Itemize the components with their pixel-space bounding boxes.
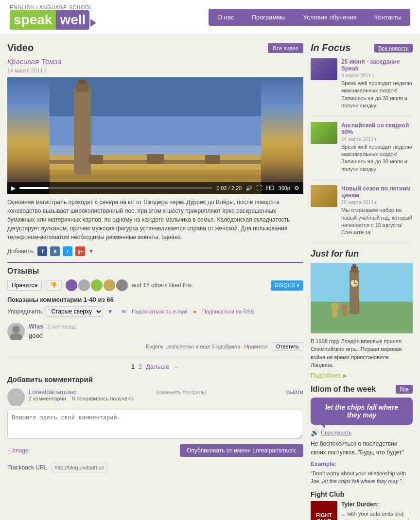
all-news-btn[interactable]: Все новости <box>374 44 413 52</box>
liker-avatar-3 <box>91 279 103 291</box>
commenter-info: Lorealparismusic (изменить профиль) Выйт… <box>29 388 303 401</box>
sort-select[interactable]: Старые сверху <box>46 306 103 317</box>
svg-rect-10 <box>147 154 164 164</box>
news-content-1: 25 июня - заседание Speak 9 марта 2011 г… <box>341 58 413 110</box>
page-2[interactable]: 2 <box>139 363 142 370</box>
video-thumbnail <box>7 77 303 194</box>
read-more-label: Подробнее <box>311 372 341 379</box>
fight-club-speaker: Tyler Durden: <box>341 501 413 508</box>
header: ENGLISH LANGUAGE SCHOOL speakwell О нас … <box>0 0 420 35</box>
school-label: ENGLISH LANGUAGE SCHOOL <box>10 5 96 10</box>
volume-icon[interactable]: 🔊 <box>245 185 252 191</box>
listen-link[interactable]: Прослушать <box>321 430 351 435</box>
page-1[interactable]: 1 <box>131 363 135 370</box>
svg-point-27 <box>341 304 348 311</box>
logo-well[interactable]: well <box>56 10 89 30</box>
share-facebook-icon[interactable]: f <box>37 246 47 256</box>
news-item-2: Английский со скидкой 50% 14 марта 2011 … <box>311 122 413 180</box>
nav-contacts[interactable]: Контакты <box>366 9 410 26</box>
sort-row: Упорядочить Старые сверху ▼ ✉ Подписатьс… <box>7 306 303 317</box>
left-column: Video Все видео Красивая Темза 14 марта … <box>7 42 303 520</box>
next-arrow-icon: → <box>173 363 179 370</box>
news-link-3[interactable]: Новый сезон по летним ценам <box>341 185 413 199</box>
listen-icon: 🔊 <box>311 429 319 436</box>
news-thumb-3 <box>311 185 337 207</box>
trackback-url: http://blog.undsoft.co <box>51 463 107 472</box>
news-thumb-1 <box>311 58 337 80</box>
logo-speak[interactable]: speak <box>10 10 56 30</box>
news-date-2: 14 марта 2011 г. <box>341 137 413 142</box>
just-fun-image <box>311 263 413 333</box>
commenter-row: Lorealparismusic (изменить профиль) Выйт… <box>7 388 303 406</box>
news-link-1[interactable]: 25 июня - заседание Speak <box>341 58 413 72</box>
subscribe-email-link[interactable]: Подписаться по e-mail <box>132 309 187 315</box>
fight-club-title: Fight Club <box>311 490 413 498</box>
comment-textarea[interactable] <box>7 410 303 439</box>
pagination: 1 2 Дальше → <box>7 363 303 370</box>
likes-text: and 15 others liked this. <box>132 282 193 289</box>
read-more-link[interactable]: Подробнее ▶ <box>311 372 413 379</box>
play-btn[interactable]: ▶ <box>11 185 16 191</box>
submit-comment-btn[interactable]: Опубликовать от имени Lorealparismusic <box>180 444 303 457</box>
dislike-button[interactable]: 👎 <box>46 280 62 291</box>
video-player[interactable]: ▶ 0:02 / 2:20 🔊 ⛶ HD 360p ⚙ <box>7 77 303 194</box>
commenter-edit[interactable]: (изменить профиль) <box>156 389 207 395</box>
next-page-link[interactable]: Дальше <box>146 363 169 370</box>
commenter-name-row: Lorealparismusic (изменить профиль) Выйт… <box>29 388 303 396</box>
idiom-section: Idiom of the week Все let the chips fall… <box>311 385 413 520</box>
commenter-avatar <box>7 388 25 406</box>
disqus-btn[interactable]: DISQUS ▾ <box>271 280 303 291</box>
like-button[interactable]: Нравится <box>7 280 42 291</box>
progress-fill <box>19 187 49 189</box>
svg-rect-19 <box>350 270 359 314</box>
commenter-stats: 2 комментарии 0 понравились получено <box>29 396 303 401</box>
logout-link[interactable]: Выйти <box>286 389 303 396</box>
sort-arrow-icon: ▼ <box>107 308 113 315</box>
idiom-title: Idiom of the week <box>311 385 376 394</box>
hd-btn[interactable]: HD <box>266 185 274 191</box>
quality-display[interactable]: 360p <box>279 185 290 191</box>
video-section-title: Video <box>7 42 34 53</box>
video-description: Основная магистраль проходит с севера на… <box>7 198 303 242</box>
progress-bar[interactable] <box>19 187 212 189</box>
comment-author[interactable]: Wlas <box>29 323 43 330</box>
trackback-label: Trackback URL <box>7 464 47 471</box>
news-text-3: Мы открываем набор на новый учебный год,… <box>341 207 413 237</box>
news-text-1: Speak well проводит неделю максимальных … <box>341 80 413 110</box>
liker-avatar-1 <box>66 279 77 291</box>
comment-avatar <box>7 323 25 340</box>
rss-icon: ● <box>193 309 196 315</box>
nav-programs[interactable]: Программы <box>243 9 295 26</box>
comment-reply-btn[interactable]: Ответить <box>272 342 303 351</box>
main-nav: О нас Программы Условия обучения Контакт… <box>209 9 410 26</box>
news-link-2[interactable]: Английский со скидкой 50% <box>341 122 413 136</box>
logo-area: ENGLISH LANGUAGE SCHOOL speakwell <box>10 5 96 30</box>
rss-links: ✉ Подписаться по e-mail ● Подписаться на… <box>122 309 254 315</box>
idiom-all-btn[interactable]: Все <box>396 385 413 394</box>
subscribe-rss-link[interactable]: Подписаться на RSS <box>202 309 254 315</box>
share-more-icon[interactable]: ▼ <box>88 248 94 255</box>
share-gplus-icon[interactable]: g+ <box>75 246 85 256</box>
share-twitter-icon[interactable]: t <box>63 246 72 256</box>
share-vk-icon[interactable]: в <box>50 246 60 256</box>
svg-point-16 <box>10 399 22 406</box>
nav-conditions[interactable]: Условия обучения <box>295 9 366 26</box>
comment-like-link[interactable]: Нравится <box>244 344 268 349</box>
fullscreen-btn[interactable]: ⛶ <box>256 185 262 191</box>
all-videos-btn[interactable]: Все видео <box>268 43 303 53</box>
main-wrapper: Video Все видео Красивая Темза 14 марта … <box>0 35 420 520</box>
image-btn[interactable]: + Image <box>7 447 29 454</box>
share-label: Добавить: <box>7 248 35 255</box>
fight-club-thumb: FIGHTCLUB <box>311 501 337 520</box>
content-area: Video Все видео Красивая Темза 14 марта … <box>0 35 420 520</box>
video-controls: ▶ 0:02 / 2:20 🔊 ⛶ HD 360p ⚙ <box>7 182 303 194</box>
settings-btn[interactable]: ⚙ <box>294 185 299 191</box>
example-text-end: ". <box>400 478 403 484</box>
in-focus-header: In Focus Все новости <box>311 42 413 53</box>
liker-avatar-4 <box>104 279 115 291</box>
idiom-header: Idiom of the week Все <box>311 385 413 394</box>
logo-main: speakwell <box>10 10 96 30</box>
sort-label: Упорядочить <box>7 308 42 315</box>
just-fun-description: В 1908 году Лондон впервые принял Олимпи… <box>311 337 413 369</box>
nav-about[interactable]: О нас <box>209 9 243 26</box>
